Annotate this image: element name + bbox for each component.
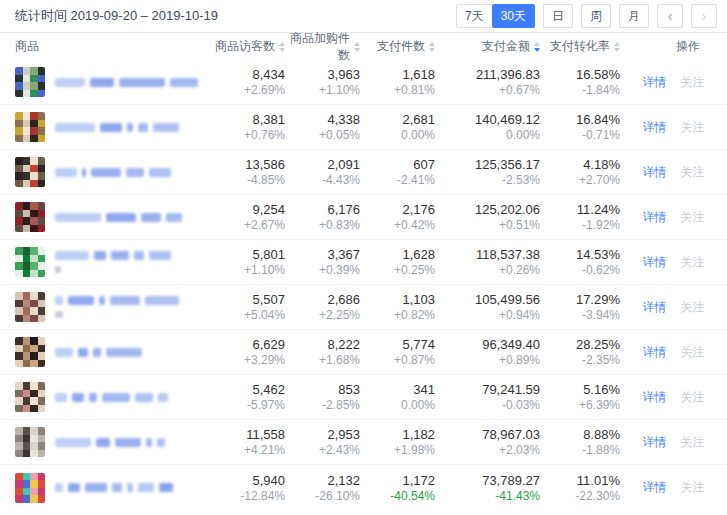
column-header-conversion-rate[interactable]: 支付转化率 [540, 38, 620, 55]
range-button-week[interactable]: 周 [581, 4, 611, 28]
follow-link[interactable]: 关注 [681, 299, 705, 316]
actions-cell: 详情 关注 [620, 344, 727, 361]
product-cell[interactable] [0, 157, 215, 187]
blurred-text-segment [55, 123, 95, 132]
blurred-text-segment [115, 438, 141, 447]
blurred-text-segment [85, 483, 107, 492]
table-row: 5,507+5.04% 2,686+2.25% 1,103+0.82% 105,… [0, 285, 727, 330]
blurred-text-segment [55, 213, 101, 222]
prev-page-button[interactable]: ‹ [657, 4, 683, 28]
blurred-text-segment [55, 483, 63, 492]
visitors-cell: 11,558+4.21% [215, 426, 285, 458]
blurred-text-segment [72, 393, 84, 402]
follow-link[interactable]: 关注 [681, 119, 705, 136]
stat-time-toolbar: 统计时间 2019-09-20 – 2019-10-19 7天30天日周月 ‹ … [0, 0, 727, 33]
blurred-text-segment [145, 296, 179, 305]
detail-link[interactable]: 详情 [643, 434, 667, 451]
column-header-visitors[interactable]: 商品访客数 [215, 38, 285, 55]
blurred-text-segment [93, 348, 101, 357]
detail-link[interactable]: 详情 [643, 299, 667, 316]
blurred-text-segment [55, 393, 67, 402]
conversion-rate-cell: 14.53%-0.62% [540, 246, 620, 278]
product-cell[interactable] [0, 202, 215, 232]
column-header-product: 商品 [0, 38, 215, 55]
paid-items-cell: 1,628+0.25% [360, 246, 435, 278]
detail-link[interactable]: 详情 [643, 344, 667, 361]
conversion-rate-cell: 11.24%-1.92% [540, 201, 620, 233]
detail-link[interactable]: 详情 [643, 254, 667, 271]
product-thumbnail [15, 427, 45, 457]
product-name-blurred [55, 483, 215, 492]
detail-link[interactable]: 详情 [643, 209, 667, 226]
product-thumbnail [15, 337, 45, 367]
conversion-rate-cell: 17.29%-3.94% [540, 291, 620, 323]
product-cell[interactable] [0, 382, 215, 412]
product-table-body: 8,434+2.69% 3,963+1.10% 1,618+0.81% 211,… [0, 60, 727, 510]
range-button-day[interactable]: 日 [543, 4, 573, 28]
product-thumbnail [15, 202, 45, 232]
blurred-text-segment [106, 348, 142, 357]
detail-link[interactable]: 详情 [643, 389, 667, 406]
visitors-cell: 6,629+3.29% [215, 336, 285, 368]
column-header-payment-amount[interactable]: 支付金额 [435, 38, 540, 55]
paid-items-cell: 1,172-40.54% [360, 472, 435, 504]
conversion-rate-cell: 4.18%+2.70% [540, 156, 620, 188]
conversion-rate-cell: 16.58%-1.84% [540, 66, 620, 98]
follow-link[interactable]: 关注 [681, 209, 705, 226]
blurred-text-segment [94, 251, 106, 260]
paid-items-cell: 1,618+0.81% [360, 66, 435, 98]
detail-link[interactable]: 详情 [643, 479, 667, 496]
follow-link[interactable]: 关注 [681, 344, 705, 361]
blurred-text-segment [111, 251, 129, 260]
range-button-30d[interactable]: 30天 [492, 4, 535, 28]
paid-items-cell: 5,774+0.87% [360, 336, 435, 368]
table-row: 6,629+3.29% 8,222+1.68% 5,774+0.87% 96,3… [0, 330, 727, 375]
range-button-7d[interactable]: 7天 [456, 4, 493, 28]
blurred-text-segment [141, 213, 161, 222]
paid-items-cell: 607-2.41% [360, 156, 435, 188]
conversion-rate-cell: 5.16%+6.39% [540, 381, 620, 413]
product-cell[interactable] [0, 473, 215, 503]
cart-items-cell: 2,091-4.43% [285, 156, 360, 188]
follow-link[interactable]: 关注 [681, 479, 705, 496]
follow-link[interactable]: 关注 [681, 434, 705, 451]
product-cell[interactable] [0, 337, 215, 367]
product-cell[interactable] [0, 112, 215, 142]
payment-amount-cell: 96,349.40+0.89% [435, 336, 540, 368]
detail-link[interactable]: 详情 [643, 119, 667, 136]
follow-link[interactable]: 关注 [681, 254, 705, 271]
follow-link[interactable]: 关注 [681, 164, 705, 181]
table-row: 5,462-5.97% 853-2.85% 3410.00% 79,241.59… [0, 375, 727, 420]
cart-items-cell: 3,963+1.10% [285, 66, 360, 98]
cart-items-cell: 8,222+1.68% [285, 336, 360, 368]
blurred-text-segment [96, 438, 110, 447]
actions-cell: 详情 关注 [620, 434, 727, 451]
detail-link[interactable]: 详情 [643, 164, 667, 181]
product-cell[interactable] [0, 247, 215, 277]
blurred-text-segment [112, 483, 122, 492]
product-cell[interactable] [0, 292, 215, 322]
column-header-paid-items[interactable]: 支付件数 [360, 38, 435, 55]
next-page-button[interactable]: › [691, 4, 717, 28]
blurred-text-segment [55, 168, 77, 177]
blurred-text-segment [106, 213, 136, 222]
blurred-text-segment [153, 123, 179, 132]
visitors-cell: 13,586-4.85% [215, 156, 285, 188]
column-header-cart-items[interactable]: 商品加购件数 [285, 30, 360, 64]
payment-amount-cell: 79,241.59-0.03% [435, 381, 540, 413]
product-cell[interactable] [0, 427, 215, 457]
blurred-text-segment [55, 78, 85, 87]
cart-items-cell: 853-2.85% [285, 381, 360, 413]
payment-amount-cell: 118,537.38+0.26% [435, 246, 540, 278]
follow-link[interactable]: 关注 [681, 74, 705, 91]
follow-link[interactable]: 关注 [681, 389, 705, 406]
payment-amount-cell: 140,469.120.00% [435, 111, 540, 143]
detail-link[interactable]: 详情 [643, 74, 667, 91]
visitors-cell: 9,254+2.67% [215, 201, 285, 233]
range-button-month[interactable]: 月 [619, 4, 649, 28]
blurred-text-segment [90, 78, 114, 87]
blurred-text-segment [146, 438, 152, 447]
product-name-blurred [55, 348, 215, 357]
product-cell[interactable] [0, 67, 215, 97]
table-row: 8,381+0.76% 4,338+0.05% 2,6810.00% 140,4… [0, 105, 727, 150]
